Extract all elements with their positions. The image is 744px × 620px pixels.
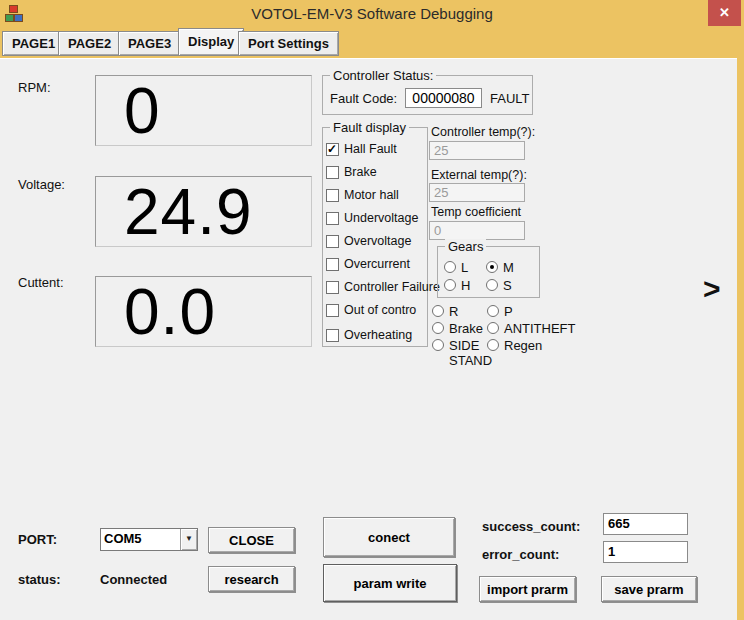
research-button[interactable]: research [208,566,295,592]
mode-r-radio[interactable]: R [432,304,458,319]
checkbox-overcurrent[interactable]: Overcurrent [326,257,410,271]
controller-temp-field: 25 [429,141,525,160]
close-port-button[interactable]: CLOSE [208,527,295,553]
tab-page3[interactable]: PAGE3 [118,31,181,56]
rpm-label: RPM: [18,80,51,95]
window-border-right [737,27,744,620]
voltage-value: 24.9 [124,177,253,248]
gear-l-radio[interactable]: L [444,260,468,275]
checkbox-controller-failure[interactable]: Controller Failure [326,280,440,294]
checkbox-motor-hall[interactable]: Motor hall [326,188,399,202]
rpm-display: 0 [95,75,312,146]
checkbox-out-of-control[interactable]: Out of contro [326,303,416,317]
checkbox-brake[interactable]: Brake [326,165,377,179]
fault-code-field[interactable]: 00000080 [405,88,482,108]
status-label: status: [18,572,61,587]
close-button[interactable]: ✕ [708,0,741,26]
mode-regen-radio[interactable]: Regen [487,338,542,353]
controller-temp-label: Controller temp(?): [431,125,535,139]
checkbox-overheating[interactable]: Overheating [326,328,412,342]
gears-group: Gears L M H S [437,246,540,298]
fault-status-text: FAULT [490,91,530,106]
port-combobox[interactable]: COM5 ▼ [100,528,198,551]
checkbox-hall-fault[interactable]: Hall Fault [326,142,397,156]
chevron-down-icon[interactable]: ▼ [180,529,197,550]
port-combobox-value: COM5 [101,529,180,550]
titlebar: VOTOL-EM-V3 Software Debugging ✕ [0,0,744,27]
next-arrow[interactable]: > [703,272,721,306]
current-label: Cuttent: [18,275,64,290]
voltage-display: 24.9 [95,176,312,247]
fault-code-label: Fault Code: [330,91,397,106]
current-value: 0.0 [124,277,216,348]
external-temp-label: External temp(?): [431,168,527,182]
fault-display-group: Fault display Hall Fault Brake Motor hal… [322,127,428,347]
tab-page2[interactable]: PAGE2 [58,31,121,56]
window-title: VOTOL-EM-V3 Software Debugging [0,5,744,22]
success-count-field[interactable]: 665 [603,513,688,535]
gear-s-radio[interactable]: S [486,278,512,293]
success-count-label: success_count: [482,519,580,534]
connect-button[interactable]: conect [323,517,455,557]
port-label: PORT: [18,532,57,547]
param-write-button[interactable]: param write [323,564,457,602]
overvoltage-checkbox[interactable] [326,235,339,248]
fault-display-group-label: Fault display [330,120,409,135]
app-window: VOTOL-EM-V3 Software Debugging ✕ PAGE1 P… [0,0,744,620]
voltage-label: Voltage: [18,177,65,192]
temp-coefficient-field: 0 [429,221,525,240]
controller-failure-checkbox[interactable] [326,281,339,294]
gear-h-radio[interactable]: H [444,278,470,293]
current-display: 0.0 [95,276,312,347]
out-of-control-checkbox[interactable] [326,304,339,317]
checkbox-overvoltage[interactable]: Overvoltage [326,234,411,248]
mode-p-radio[interactable]: P [487,304,513,319]
hall-fault-checkbox[interactable] [326,143,339,156]
mode-antitheft-radio[interactable]: ANTITHEFT [487,321,576,336]
controller-status-group: Controller Status: Fault Code: 00000080 … [322,75,533,115]
tab-page1[interactable]: PAGE1 [2,31,65,56]
overcurrent-checkbox[interactable] [326,258,339,271]
motor-hall-checkbox[interactable] [326,189,339,202]
checkbox-undervoltage[interactable]: Undervoltage [326,211,418,225]
tab-port-settings[interactable]: Port Settings [238,31,339,56]
mode-brake-radio[interactable]: Brake [432,321,483,336]
external-temp-field: 25 [429,183,525,202]
import-param-button[interactable]: import prarm [479,576,576,602]
gears-group-label: Gears [445,239,486,254]
undervoltage-checkbox[interactable] [326,212,339,225]
status-value: Connected [100,572,167,587]
temp-coefficient-label: Temp coefficient [431,205,521,219]
controller-status-group-label: Controller Status: [330,68,436,83]
error-count-field[interactable]: 1 [603,541,688,563]
rpm-value: 0 [124,76,161,147]
error-count-label: error_count: [482,547,559,562]
save-param-button[interactable]: save prarm [601,576,697,602]
tab-display[interactable]: Display [178,28,244,56]
tab-strip: PAGE1 PAGE2 PAGE3 Display Port Settings [0,27,744,58]
brake-checkbox[interactable] [326,166,339,179]
gear-m-radio[interactable]: M [486,260,514,275]
overheating-checkbox[interactable] [326,329,339,342]
